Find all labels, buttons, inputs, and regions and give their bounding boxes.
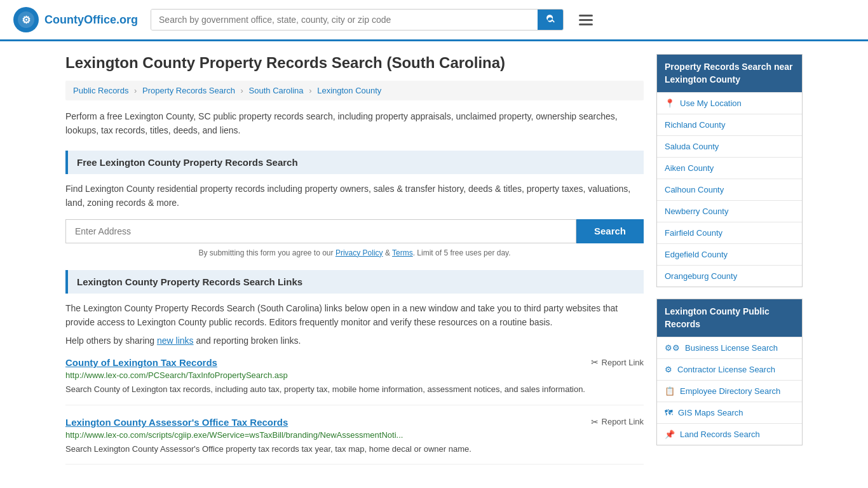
form-disclaimer: By submitting this form you agree to our… — [65, 248, 644, 257]
sidebar-item-business-license[interactable]: ⚙⚙ Business License Search — [657, 337, 802, 358]
record-link-desc-1: Search County of Lexington tax records, … — [65, 383, 644, 396]
record-link-header-2: Lexington County Assessor's Office Tax R… — [65, 417, 644, 428]
use-my-location[interactable]: 📍 Use My Location — [657, 92, 802, 114]
intro-text: Perform a free Lexington County, SC publ… — [65, 109, 644, 138]
breadcrumb-property-records-search[interactable]: Property Records Search — [142, 86, 235, 95]
sidebar-item-edgefield[interactable]: Edgefield County — [657, 243, 802, 265]
sidebar-item-orangeburg[interactable]: Orangeburg County — [657, 265, 802, 287]
book-icon: 📋 — [665, 386, 675, 396]
breadcrumb: Public Records › Property Records Search… — [65, 81, 644, 100]
page-title: Lexington County Property Records Search… — [65, 54, 644, 72]
report-icon-2: ✂ — [591, 417, 599, 427]
sidebar-item-employee-directory[interactable]: 📋 Employee Directory Search — [657, 380, 802, 402]
report-link-button-1[interactable]: ✂ Report Link — [591, 357, 644, 367]
sidebar-item-richland[interactable]: Richland County — [657, 114, 802, 135]
breadcrumb-south-carolina[interactable]: South Carolina — [249, 86, 304, 95]
record-link-title-2[interactable]: Lexington County Assessor's Office Tax R… — [65, 417, 288, 428]
logo[interactable]: ⚙ CountyOffice.org — [13, 6, 138, 33]
sidebar-item-saluda[interactable]: Saluda County — [657, 135, 802, 157]
privacy-policy-link[interactable]: Privacy Policy — [336, 248, 383, 257]
record-link-header: County of Lexington Tax Records ✂ Report… — [65, 357, 644, 368]
sidebar-item-fairfield[interactable]: Fairfield County — [657, 222, 802, 243]
record-link-item: County of Lexington Tax Records ✂ Report… — [65, 357, 644, 405]
sidebar-item-newberry[interactable]: Newberry County — [657, 200, 802, 222]
header: ⚙ CountyOffice.org — [0, 0, 868, 41]
breadcrumb-public-records[interactable]: Public Records — [73, 86, 128, 95]
record-link-item-2: Lexington County Assessor's Office Tax R… — [65, 417, 644, 465]
sidebar-item-calhoun[interactable]: Calhoun County — [657, 179, 802, 200]
nearby-section: Property Records Search near Lexington C… — [656, 54, 803, 287]
svg-text:⚙: ⚙ — [22, 15, 31, 25]
record-link-url-2: http://www.lex-co.com/scripts/cgiip.exe/… — [65, 430, 644, 440]
address-search-form: Search — [65, 219, 644, 243]
sidebar-item-contractor-license[interactable]: ⚙ Contractor License Search — [657, 358, 802, 380]
links-section-heading: Lexington County Property Records Search… — [65, 270, 644, 294]
report-icon-1: ✂ — [591, 357, 599, 367]
sidebar-item-land-records[interactable]: 📌 Land Records Search — [657, 423, 802, 445]
links-section: Lexington County Property Records Search… — [65, 270, 644, 465]
sidebar-item-aiken[interactable]: Aiken County — [657, 157, 802, 179]
logo-icon: ⚙ — [13, 6, 39, 33]
free-search-section: Free Lexington County Property Records S… — [65, 151, 644, 257]
main-content: Lexington County Property Records Search… — [53, 41, 815, 488]
logo-text: CountyOffice.org — [44, 13, 138, 27]
header-search-button[interactable] — [538, 10, 563, 30]
public-records-section-header: Lexington County Public Records — [657, 299, 802, 337]
gear-icon: ⚙ — [665, 365, 672, 374]
new-links-link[interactable]: new links — [157, 336, 194, 346]
logo-suffix: .org — [116, 13, 138, 26]
header-search-bar — [151, 9, 564, 30]
record-link-url-1: http://www.lex-co.com/PCSearch/TaxInfoPr… — [65, 370, 644, 380]
record-link-desc-2: Search Lexington County Assessor's Offic… — [65, 443, 644, 456]
search-button[interactable]: Search — [576, 219, 644, 243]
nearby-section-header: Property Records Search near Lexington C… — [657, 55, 802, 92]
free-search-heading: Free Lexington County Property Records S… — [65, 151, 644, 174]
use-my-location-link[interactable]: Use My Location — [680, 98, 742, 108]
land-pin-icon: 📌 — [665, 430, 675, 439]
links-desc: The Lexington County Property Records Se… — [65, 301, 644, 330]
header-search-input[interactable] — [151, 10, 538, 30]
public-records-section: Lexington County Public Records ⚙⚙ Busin… — [656, 299, 803, 445]
map-icon: 🗺 — [665, 408, 673, 417]
right-sidebar: Property Records Search near Lexington C… — [656, 54, 803, 476]
logo-brand: CountyOffice — [44, 13, 116, 26]
terms-link[interactable]: Terms — [392, 248, 413, 257]
gear2-icon: ⚙⚙ — [665, 343, 680, 353]
search-icon — [545, 15, 555, 25]
free-search-desc: Find Lexington County residential proper… — [65, 182, 644, 210]
left-column: Lexington County Property Records Search… — [65, 54, 644, 476]
address-input[interactable] — [65, 219, 576, 243]
record-link-title-1[interactable]: County of Lexington Tax Records — [65, 357, 217, 368]
sharing-text: Help others by sharing new links and rep… — [65, 336, 644, 346]
location-pin-icon: 📍 — [665, 98, 675, 108]
sidebar-item-gis-maps[interactable]: 🗺 GIS Maps Search — [657, 402, 802, 423]
breadcrumb-lexington-county[interactable]: Lexington County — [317, 86, 381, 95]
menu-button[interactable] — [576, 10, 595, 30]
report-link-button-2[interactable]: ✂ Report Link — [591, 417, 644, 427]
